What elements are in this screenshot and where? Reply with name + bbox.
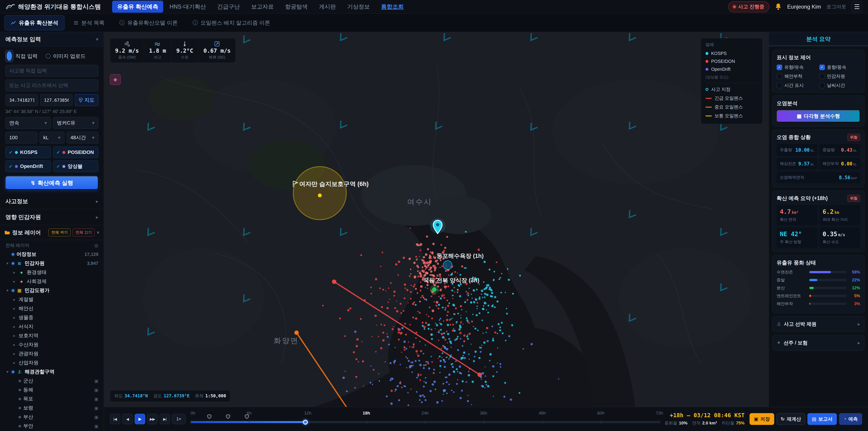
layer-item[interactable]: 부산▣ [3, 412, 101, 422]
layer-zoom-icon[interactable]: ▣ [94, 414, 98, 420]
model-toggle[interactable]: ✓KOSPS [5, 147, 51, 158]
skip-end-button[interactable]: ▶| [160, 414, 170, 424]
layer-toggle-dot[interactable] [19, 389, 21, 391]
forecast-button[interactable]: ◔예측 [839, 413, 862, 425]
layer-item[interactable]: ▸관광자원 [3, 349, 101, 358]
radio-image-upload[interactable]: 이미지 업로드 [46, 50, 86, 62]
display-checkbox[interactable]: ✓유향/유속 [777, 64, 817, 70]
oil-type-select[interactable]: 벙커C유▾ [53, 117, 98, 129]
layer-toggle-dot[interactable] [19, 425, 21, 427]
unit-select[interactable]: kL▾ [39, 132, 64, 144]
layer-item[interactable]: ▸●환경생태 [3, 268, 101, 277]
tab-analysis-list[interactable]: 분석 목록 [67, 16, 111, 30]
summary-panel-title[interactable]: 분석 요약 [769, 32, 868, 46]
model-toggle[interactable]: ✓앙상블 [53, 160, 98, 172]
incident-pin[interactable] [430, 218, 445, 234]
latitude-input[interactable] [5, 94, 38, 106]
layer-item[interactable]: ▸산업자원 [3, 358, 101, 367]
all-layers-on-button[interactable]: 전체 켜기 [49, 228, 70, 237]
display-checkbox[interactable]: 시간 표시 [777, 82, 817, 88]
nav-item[interactable]: 유출유 확산예측 [112, 1, 163, 13]
layer-item[interactable]: ▸●사회경제 [3, 277, 101, 286]
layer-item[interactable]: ▸생물종 [3, 313, 101, 322]
model-toggle[interactable]: ✓OpenDrift [5, 160, 51, 172]
layer-item[interactable]: 동해▣ [3, 386, 101, 394]
layer-toggle-dot[interactable] [12, 289, 14, 292]
tab-boom-algorithm-theory[interactable]: ⓘ 오일펜스 배치 알고리즘 이론 [186, 16, 276, 30]
layer-item[interactable]: ▸계절별 [3, 295, 101, 304]
layer-zoom-icon[interactable]: ▣ [94, 388, 98, 393]
all-layers-toggle-icon[interactable]: ◎ [94, 243, 98, 248]
track[interactable] [191, 421, 659, 423]
model-toggle[interactable]: ✓POSEIDON [53, 147, 98, 158]
layer-zoom-icon[interactable]: ▣ [94, 405, 98, 411]
nav-item[interactable]: 긴급구난 [212, 1, 245, 13]
logo[interactable]: 해양환경 위기대응 통합시스템 [6, 3, 101, 11]
vessel-spec-section[interactable]: ⚓사고 선박 제원 ▸ [772, 316, 864, 332]
layer-zoom-icon[interactable]: ▣ [94, 378, 98, 383]
play-button[interactable]: ▶ [135, 414, 145, 424]
all-layers-off-button[interactable]: 전체 끄기 [73, 228, 95, 237]
user-name[interactable]: Eunjeong Kim [787, 4, 821, 10]
recalc-button[interactable]: ↻재계산 [776, 413, 805, 425]
layer-toggle-dot[interactable] [19, 398, 21, 400]
nav-item[interactable]: 보고자료 [246, 1, 279, 13]
display-checkbox[interactable]: 날씨시간 [819, 82, 860, 88]
save-button[interactable]: ▣저장 [749, 413, 774, 425]
owner-insurance-section[interactable]: ✦선주 / 보험 ▸ [772, 335, 864, 351]
layer-item[interactable]: 어장정보17,129 [3, 250, 101, 259]
logout-button[interactable]: 로그아웃 [827, 3, 846, 10]
layer-item[interactable]: ▸수산자원 [3, 340, 101, 349]
poi-farm-marker[interactable] [432, 287, 437, 292]
map-tool-button[interactable]: ◈ [110, 74, 121, 85]
tab-spill-analysis[interactable]: 유출유 확산분석 [4, 16, 64, 30]
radio-direct-input[interactable]: 직접 입력 [5, 50, 37, 62]
accident-list-input[interactable] [5, 80, 98, 91]
nav-item[interactable]: 게시판 [314, 1, 341, 13]
poi-beach-marker[interactable] [443, 260, 452, 269]
display-checkbox[interactable]: ✓풍향/풍속 [819, 64, 860, 70]
layer-item[interactable]: ▾≋민감자원3,947 [3, 259, 101, 268]
impact-resources-section[interactable]: 영향 민감자원 ▸ [0, 209, 104, 225]
skip-start-button[interactable]: |◀ [110, 414, 120, 424]
layer-item[interactable]: 군산▣ [3, 376, 101, 386]
layer-zoom-icon[interactable]: ▣ [94, 396, 98, 402]
layer-item[interactable]: 목포▣ [3, 394, 101, 403]
step-back-button[interactable]: ◀ [122, 414, 133, 424]
accident-name-input[interactable] [5, 65, 98, 76]
layer-toggle-dot[interactable] [19, 407, 21, 409]
layer-toggle-dot[interactable] [12, 371, 14, 373]
fast-forward-button[interactable]: ▶▶ [147, 414, 158, 424]
display-checkbox[interactable]: 민감자원 [819, 73, 860, 79]
track-handle[interactable] [303, 420, 308, 425]
playback-speed-button[interactable]: 1× [172, 414, 186, 424]
spill-type-select[interactable]: 연속▾ [5, 117, 51, 129]
layer-zoom-icon[interactable]: ▣ [94, 424, 98, 429]
layer-item[interactable]: ▾▦민감도평가 [3, 286, 101, 295]
nav-item[interactable]: 항공탐색 [280, 1, 313, 13]
nav-item[interactable]: 기상정보 [342, 1, 375, 13]
polygon-analysis-button[interactable]: ▦ 다각형 분석수행 [777, 110, 860, 122]
pick-on-map-button[interactable]: 지도 [75, 94, 98, 106]
layer-item[interactable]: ▸해안선 [3, 304, 101, 313]
layer-item[interactable]: ▸보호지역 [3, 331, 101, 340]
nav-item[interactable]: 통합조회 [376, 1, 409, 13]
accident-info-section[interactable]: 사고정보 ▸ [0, 193, 104, 209]
hamburger-menu-icon[interactable] [852, 2, 862, 12]
prediction-input-header[interactable]: 예측정보 입력 ▾ [0, 32, 104, 47]
nav-item[interactable]: HNS·대기확산 [164, 1, 211, 13]
layer-toggle-dot[interactable] [12, 262, 14, 265]
layer-toggle-dot[interactable] [12, 253, 14, 256]
layer-item[interactable]: 보령▣ [3, 403, 101, 412]
layer-item[interactable]: 부안▣ [3, 422, 101, 431]
layer-item[interactable]: ▸서식지 [3, 322, 101, 331]
layer-item[interactable]: ▾⚓해경관할구역 [3, 367, 101, 376]
report-button[interactable]: ▤보고서 [807, 413, 837, 425]
spill-amount-input[interactable] [5, 132, 37, 144]
display-checkbox[interactable]: 해안부착 [777, 73, 817, 79]
map-canvas[interactable]: 여자만 습지보호구역 (6h)여수시화양면웅포해수욕장 (1h)국동 전복 양식… [104, 32, 769, 407]
run-prediction-button[interactable]: ↯ 확산예측 실행 [5, 176, 98, 190]
tab-model-theory[interactable]: ⓘ 유출유확산모델 이론 [113, 16, 184, 30]
layer-toggle-dot[interactable] [19, 380, 21, 382]
longitude-input[interactable] [40, 94, 73, 106]
